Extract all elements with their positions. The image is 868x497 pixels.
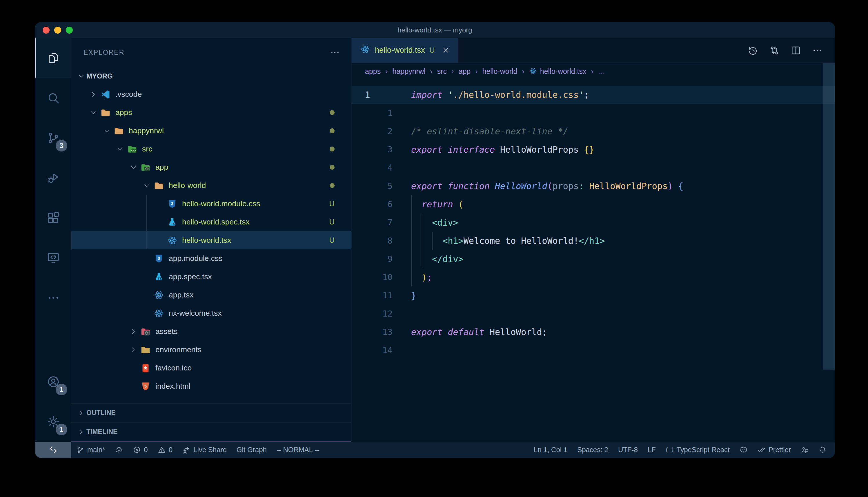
tab-hello-world-tsx[interactable]: hello-world.tsx U	[352, 38, 458, 62]
more-actions-button[interactable]	[812, 45, 823, 56]
explorer-more-actions-button[interactable]	[330, 47, 340, 58]
activity-item-explorer[interactable]	[35, 38, 71, 78]
code-line-current: 1import './hello-world.module.css';	[352, 86, 835, 104]
breadcrumb-item-[interactable]: ...	[598, 67, 604, 75]
workspace-root-myorg[interactable]: MYORG	[71, 67, 351, 85]
tree-item-vscode[interactable]: .vscode	[71, 85, 351, 103]
status-notifications[interactable]	[814, 442, 832, 458]
activity-item-source-control[interactable]: 3	[35, 118, 71, 158]
titlebar[interactable]: hello-world.tsx — myorg	[35, 22, 835, 38]
tree-item-apps[interactable]: apps	[71, 103, 351, 122]
status-bar-right: Ln 1, Col 1Spaces: 2UTF-8LF{ }TypeScript…	[529, 442, 835, 458]
tab-bar: hello-world.tsx U	[352, 38, 835, 63]
indent-guide	[432, 232, 433, 250]
git-untracked-badge: U	[327, 199, 337, 208]
chevron-right-icon	[87, 91, 99, 98]
breadcrumb-item-app[interactable]: app	[458, 67, 470, 75]
tree-item-app-spec-tsx[interactable]: TSapp.spec.tsx	[71, 268, 351, 286]
activity-item-accounts[interactable]: 1	[35, 362, 71, 402]
status-encoding[interactable]: UTF-8	[613, 442, 643, 458]
svg-text:{ }: { }	[666, 447, 674, 453]
tree-item-hello-world[interactable]: hello-world	[71, 176, 351, 195]
status-copilot[interactable]	[735, 442, 753, 458]
breadcrumb-item-happynrwl[interactable]: happynrwl	[392, 67, 426, 75]
status-remote-indicator[interactable]	[35, 442, 71, 458]
split-editor-button[interactable]	[790, 45, 801, 56]
workspace-root-label: MYORG	[86, 72, 113, 80]
activity-item-remote-explorer[interactable]	[35, 238, 71, 278]
status-sync[interactable]	[110, 442, 128, 458]
tree-item-label: happynrwl	[129, 126, 164, 135]
status-language-mode[interactable]: { }TypeScript React	[661, 442, 735, 458]
activity-item-extensions[interactable]	[35, 198, 71, 238]
git-branch-icon	[76, 446, 84, 454]
activity-item-more[interactable]	[35, 278, 71, 318]
tree-item-assets[interactable]: assets	[71, 322, 351, 341]
badge: 1	[56, 384, 67, 395]
status-prettier[interactable]: Prettier	[753, 442, 796, 458]
editor-scrollbar[interactable]	[823, 63, 835, 370]
tree-item-environments[interactable]: environments	[71, 341, 351, 359]
compare-changes-button[interactable]	[769, 45, 780, 56]
activity-item-search[interactable]	[35, 78, 71, 118]
breadcrumb-separator: ›	[430, 67, 432, 75]
file-tree: .vscodeappshappynrwl</>srcapphello-world…	[71, 85, 351, 395]
status-warnings[interactable]: 0	[153, 442, 177, 458]
tree-item-happynrwl[interactable]: happynrwl	[71, 122, 351, 140]
tree-item-hello-world-tsx[interactable]: hello-world.tsxU	[71, 231, 351, 250]
tree-item-hello-world-module-css[interactable]: 3hello-world.module.cssU	[71, 195, 351, 213]
status-live-share[interactable]: Live Share	[177, 442, 232, 458]
tab-label: hello-world.tsx	[375, 46, 425, 55]
line-number: 6	[388, 195, 392, 213]
status-errors[interactable]: 0	[128, 442, 152, 458]
folder-src-icon: </>	[126, 143, 139, 156]
code-line: 1	[352, 104, 835, 122]
workbench: 311 EXPLORER MYORG .vscodeappshappynrwl<…	[35, 38, 835, 442]
git-untracked-badge: U	[327, 217, 337, 227]
status-eol[interactable]: LF	[643, 442, 661, 458]
code-line: 9 </div>	[352, 250, 835, 268]
zoom-button[interactable]	[66, 27, 73, 33]
minimize-button[interactable]	[54, 27, 61, 33]
tree-item-favicon-ico[interactable]: favicon.ico	[71, 359, 351, 377]
tree-item-src[interactable]: </>src	[71, 140, 351, 158]
extensions-icon	[47, 211, 60, 225]
status-git-graph[interactable]: Git Graph	[232, 442, 272, 458]
status-vim-mode-label: -- NORMAL --	[277, 446, 319, 454]
code-text: return (	[411, 195, 835, 213]
tree-item-label: hello-world	[169, 181, 206, 190]
folder-env-icon	[139, 343, 152, 356]
tree-item-index-html[interactable]: 5index.html	[71, 377, 351, 395]
tree-item-hello-world-spec-tsx[interactable]: TShello-world.spec.tsxU	[71, 213, 351, 231]
close-tab-button[interactable]	[442, 46, 450, 55]
desktop: { "window": { "title": "hello-world.tsx …	[0, 0, 868, 497]
line-number: 2	[388, 122, 392, 141]
line-number: 9	[388, 250, 392, 268]
remote-window-icon	[47, 251, 60, 265]
activity-item-settings[interactable]: 1	[35, 402, 71, 442]
tree-item-app-tsx[interactable]: app.tsx	[71, 286, 351, 304]
status-vim-mode[interactable]: -- NORMAL --	[272, 442, 324, 458]
timeline-section[interactable]: TIMELINE	[71, 422, 351, 442]
debug-icon	[47, 171, 60, 184]
tree-item-nx-welcome-tsx[interactable]: nx-welcome.tsx	[71, 304, 351, 322]
breadcrumb-item-apps[interactable]: apps	[365, 67, 381, 75]
chevron-right-icon	[127, 328, 139, 336]
activity-item-run-debug[interactable]	[35, 158, 71, 198]
status-feedback[interactable]	[796, 442, 814, 458]
breadcrumb-item-src[interactable]: src	[437, 67, 447, 75]
outline-section[interactable]: OUTLINE	[71, 403, 351, 422]
tree-item-app[interactable]: app	[71, 158, 351, 176]
open-timeline-button[interactable]	[748, 45, 758, 56]
close-button[interactable]	[43, 27, 50, 33]
status-indentation[interactable]: Spaces: 2	[572, 442, 613, 458]
breadcrumb-item-hello-world-tsx[interactable]: hello-world.tsx	[529, 67, 587, 75]
breadcrumb-item-hello-world[interactable]: hello-world	[482, 67, 518, 75]
code-line: 4	[352, 159, 835, 177]
tree-item-app-module-css[interactable]: 3app.module.css	[71, 250, 351, 268]
tab-untracked-badge: U	[430, 46, 435, 55]
code-editor[interactable]: 1import './hello-world.module.css';1 2/*…	[352, 79, 835, 442]
breadcrumb-separator: ›	[591, 67, 593, 75]
status-cursor-position[interactable]: Ln 1, Col 1	[529, 442, 572, 458]
status-git-branch[interactable]: main*	[71, 442, 110, 458]
